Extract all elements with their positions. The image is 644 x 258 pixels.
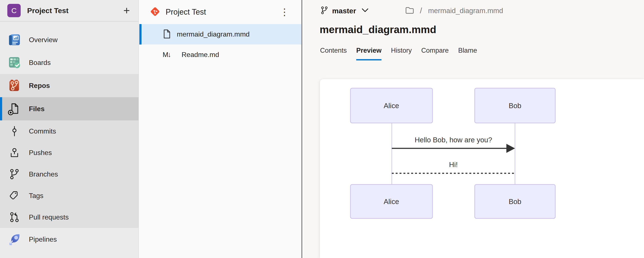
file-name: Readme.md xyxy=(182,51,219,59)
breadcrumb: / mermaid_diagram.mmd xyxy=(405,6,503,15)
pull-requests-icon xyxy=(8,211,21,224)
add-project-item-button[interactable]: + xyxy=(122,5,131,16)
sidebar-spacer xyxy=(0,21,138,28)
sidebar-item-label: Commits xyxy=(29,127,56,135)
sidebar-item-pull-requests[interactable]: Pull requests xyxy=(0,206,138,228)
file-row-mermaid-diagram[interactable]: mermaid_diagram.mmd xyxy=(139,24,301,44)
project-header: C Project Test + xyxy=(0,0,138,21)
tab-history[interactable]: History xyxy=(391,47,412,60)
actor-label-bob-top: Bob xyxy=(509,102,522,110)
branch-selector[interactable]: master xyxy=(332,7,356,15)
sidebar-item-label: Pushes xyxy=(29,149,52,157)
file-icon xyxy=(162,29,171,40)
selected-indicator xyxy=(139,24,142,44)
actor-label-bob-bottom: Bob xyxy=(509,198,522,206)
project-sidebar: C Project Test + Overv xyxy=(0,0,139,258)
sidebar-item-boards[interactable]: Boards xyxy=(0,51,138,74)
project-avatar[interactable]: C xyxy=(7,4,21,17)
chevron-down-icon[interactable] xyxy=(362,8,369,13)
repo-header: Project Test ⋮ xyxy=(139,0,301,24)
pipelines-icon xyxy=(8,233,21,246)
pushes-icon xyxy=(8,146,21,159)
commits-icon xyxy=(8,125,21,138)
page-title: mermaid_diagram.mmd xyxy=(320,24,644,35)
file-content-panel: master / mermaid_diagram.mmd mermaid_dia… xyxy=(303,0,644,258)
tab-contents[interactable]: Contents xyxy=(320,47,347,60)
message-2-label: Hi! xyxy=(449,161,458,169)
file-name: mermaid_diagram.mmd xyxy=(177,30,250,38)
tab-compare[interactable]: Compare xyxy=(421,47,449,60)
sidebar-item-pushes[interactable]: Pushes xyxy=(0,142,138,163)
sidebar-item-commits[interactable]: Commits xyxy=(0,121,138,142)
sidebar-item-overview[interactable]: Overview xyxy=(0,28,138,51)
sidebar-item-branches[interactable]: Branches xyxy=(0,163,138,185)
sidebar-item-label: Repos xyxy=(29,82,50,90)
sidebar-item-label: Files xyxy=(29,105,44,113)
files-icon xyxy=(8,102,21,116)
git-logo-icon xyxy=(150,7,160,17)
markdown-icon: M↓ xyxy=(162,51,176,59)
repos-section: Repos Files xyxy=(0,74,138,228)
actor-label-alice-bottom: Alice xyxy=(384,198,399,206)
file-row-readme[interactable]: M↓ Readme.md xyxy=(139,44,301,65)
preview-card: Alice Bob Hello Bob, how are you? Hi! Al… xyxy=(320,79,644,258)
sidebar-item-label: Overview xyxy=(29,36,58,44)
branches-icon xyxy=(8,167,21,181)
path-separator: / xyxy=(420,6,422,15)
folder-icon[interactable] xyxy=(405,7,414,15)
repos-icon xyxy=(8,79,21,92)
boards-icon xyxy=(8,56,21,69)
app-window: C Project Test + Overv xyxy=(0,0,644,258)
tab-preview[interactable]: Preview xyxy=(356,47,382,60)
sidebar-item-files[interactable]: Files xyxy=(0,97,138,121)
repo-more-menu[interactable]: ⋮ xyxy=(278,7,292,17)
sidebar-item-label: Branches xyxy=(29,170,58,178)
file-tree-panel: Project Test ⋮ mermaid_diagram.mmd M↓ Re… xyxy=(139,0,302,258)
file-tabs: Contents Preview History Compare Blame xyxy=(320,47,644,60)
sidebar-item-label: Pipelines xyxy=(29,236,57,243)
active-indicator xyxy=(0,97,2,121)
breadcrumb-file-name[interactable]: mermaid_diagram.mmd xyxy=(428,7,503,15)
version-toolbar: master / mermaid_diagram.mmd xyxy=(303,0,644,15)
mermaid-sequence-diagram: Alice Bob Hello Bob, how are you? Hi! Al… xyxy=(320,79,644,258)
message-1-arrowhead xyxy=(506,144,515,153)
branch-icon xyxy=(320,6,329,15)
sidebar-item-repos[interactable]: Repos xyxy=(0,74,138,97)
tags-icon xyxy=(8,189,21,202)
project-name: Project Test xyxy=(27,6,122,15)
sidebar-item-pipelines[interactable]: Pipelines xyxy=(0,228,138,251)
sidebar-item-tags[interactable]: Tags xyxy=(0,185,138,206)
overview-icon xyxy=(8,33,21,46)
tab-blame[interactable]: Blame xyxy=(458,47,477,60)
sidebar-item-label: Tags xyxy=(29,192,44,200)
message-1-label: Hello Bob, how are you? xyxy=(414,136,492,144)
sidebar-item-label: Pull requests xyxy=(29,213,69,221)
actor-label-alice-top: Alice xyxy=(384,102,399,110)
sidebar-item-label: Boards xyxy=(29,59,50,67)
repo-name: Project Test xyxy=(166,7,278,16)
